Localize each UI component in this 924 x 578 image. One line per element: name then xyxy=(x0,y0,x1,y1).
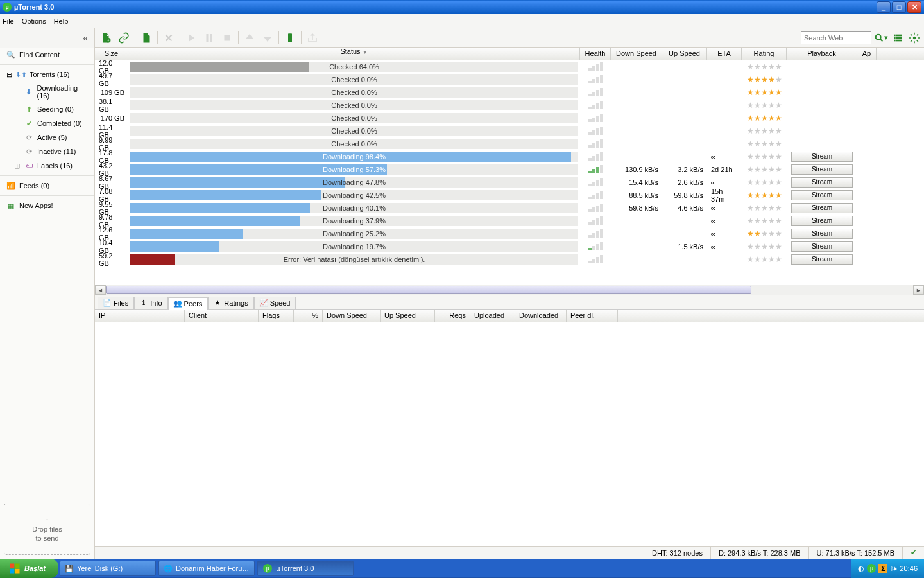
table-row[interactable]: 49.7 GBChecked 0.0%★★★★★ xyxy=(95,73,924,86)
cell-size: 170 GB xyxy=(95,112,128,125)
list-icon[interactable] xyxy=(891,31,905,45)
search-icon[interactable]: ▾ xyxy=(874,31,888,45)
clock[interactable]: 20:46 xyxy=(900,565,918,572)
peer-col--[interactable]: % xyxy=(294,310,323,322)
sidebar-labels[interactable]: ⊞🏷Labels (16) xyxy=(0,159,94,173)
taskbar-item[interactable]: µµTorrent 3.0 xyxy=(257,561,354,576)
tray-icon[interactable]: Σ xyxy=(878,564,887,573)
drop-zone[interactable]: ↑ Drop files to send xyxy=(4,504,90,555)
start-button[interactable] xyxy=(183,30,200,46)
peer-col-flags[interactable]: Flags xyxy=(259,310,294,322)
sidebar-completed[interactable]: ✔Completed (0) xyxy=(0,116,94,130)
collapse-sidebar-button[interactable]: « xyxy=(0,28,95,48)
start-button[interactable]: Başlat xyxy=(0,559,58,578)
tab-info[interactable]: ℹInfo xyxy=(134,297,167,309)
menu-options[interactable]: Options xyxy=(22,17,46,25)
sidebar-active[interactable]: ⟳Active (5) xyxy=(0,130,94,144)
scroll-thumb[interactable] xyxy=(106,286,751,294)
search-input[interactable] xyxy=(801,31,871,44)
peer-col-downloaded[interactable]: Downloaded xyxy=(515,310,567,322)
stream-button[interactable]: Stream xyxy=(791,254,853,265)
system-tray[interactable]: ◐ µ Σ 🕪 20:46 xyxy=(851,559,924,578)
tab-files[interactable]: 📄Files xyxy=(98,297,134,309)
stream-button[interactable]: Stream xyxy=(791,241,853,252)
col-playback[interactable]: Playback xyxy=(787,48,857,60)
tray-icon[interactable]: ◐ xyxy=(858,565,864,573)
scroll-right-button[interactable]: ► xyxy=(913,285,924,295)
table-row[interactable]: 59.2 GBError: Veri hatası (döngüsel artı… xyxy=(95,253,924,266)
table-row[interactable]: 11.4 GBChecked 0.0%★★★★★ xyxy=(95,125,924,137)
maximize-button[interactable]: □ xyxy=(892,1,906,13)
table-row[interactable]: 9.99 GBChecked 0.0%★★★★★ xyxy=(95,137,924,150)
tray-icon[interactable]: 🕪 xyxy=(890,565,897,572)
stream-button[interactable]: Stream xyxy=(791,203,853,213)
sidebar-seeding[interactable]: ⬆Seeding (0) xyxy=(0,102,94,116)
peer-col-client[interactable]: Client xyxy=(185,310,259,322)
tab-ratings[interactable]: ★Ratings xyxy=(208,297,253,309)
move-up-button[interactable] xyxy=(241,30,258,46)
stream-button[interactable]: Stream xyxy=(791,152,853,162)
table-row[interactable]: 7.08 GBDownloading 42.5%88.5 kB/s59.8 kB… xyxy=(95,189,924,202)
add-torrent-button[interactable] xyxy=(98,30,114,46)
find-content[interactable]: 🔍Find Content xyxy=(0,48,94,62)
remove-button[interactable] xyxy=(160,30,177,46)
peer-col-ip[interactable]: IP xyxy=(95,310,185,322)
remote-button[interactable] xyxy=(282,30,298,46)
table-row[interactable]: 9.78 GBDownloading 37.9%∞★★★★★Stream xyxy=(95,215,924,227)
move-down-button[interactable] xyxy=(259,30,276,46)
cell-rating: ★★★★★ xyxy=(742,163,787,176)
table-row[interactable]: 170 GBChecked 0.0%★★★★★ xyxy=(95,112,924,125)
col-downspeed[interactable]: Down Speed xyxy=(611,48,662,60)
pause-button[interactable] xyxy=(201,30,218,46)
settings-icon[interactable] xyxy=(907,31,921,45)
sidebar-inactive[interactable]: ⟳Inactive (11) xyxy=(0,144,94,159)
table-row[interactable]: 38.1 GBChecked 0.0%★★★★★ xyxy=(95,99,924,112)
col-health[interactable]: Health xyxy=(580,48,611,60)
cell-size: 59.2 GB xyxy=(95,253,128,266)
menu-file[interactable]: File xyxy=(3,17,14,25)
minimize-button[interactable]: _ xyxy=(877,1,891,13)
col-status[interactable]: Status ▼ xyxy=(128,48,580,60)
menu-help[interactable]: Help xyxy=(54,17,69,25)
tray-icon[interactable]: µ xyxy=(867,564,876,573)
stop-button[interactable] xyxy=(219,30,235,46)
peer-col-peer-dl-[interactable]: Peer dl. xyxy=(567,310,618,322)
table-row[interactable]: 10.4 GBDownloading 19.7%1.5 kB/s∞★★★★★St… xyxy=(95,240,924,253)
add-url-button[interactable] xyxy=(116,30,132,46)
peer-col-down-speed[interactable]: Down Speed xyxy=(323,310,381,322)
table-row[interactable]: 9.55 GBDownloading 40.1%59.8 kB/s4.6 kB/… xyxy=(95,202,924,215)
scroll-left-button[interactable]: ◄ xyxy=(95,285,106,295)
stream-button[interactable]: Stream xyxy=(791,229,853,239)
stream-button[interactable]: Stream xyxy=(791,190,853,200)
stream-button[interactable]: Stream xyxy=(791,177,853,188)
sidebar-newapps[interactable]: ▦New Apps! xyxy=(0,198,94,213)
table-row[interactable]: 8.67 GBDownloading 47.8%15.4 kB/s2.6 kB/… xyxy=(95,176,924,189)
table-row[interactable]: 12.0 GBChecked 64.0%★★★★★ xyxy=(95,60,924,73)
stream-button[interactable]: Stream xyxy=(791,216,853,226)
tab-peers[interactable]: 👥Peers xyxy=(168,297,209,310)
taskbar-item[interactable]: 💾Yerel Disk (G:) xyxy=(60,561,156,576)
col-eta[interactable]: ETA xyxy=(707,48,742,60)
col-ap[interactable]: Ap xyxy=(857,48,877,60)
table-row[interactable]: 12.6 GBDownloading 25.2%∞★★★★★Stream xyxy=(95,227,924,240)
table-row[interactable]: 17.8 GBDownloading 98.4%∞★★★★★Stream xyxy=(95,150,924,163)
taskbar-item[interactable]: 🌐Donanım Haber Foru… xyxy=(158,561,255,576)
create-torrent-button[interactable] xyxy=(138,30,155,46)
peer-col-up-speed[interactable]: Up Speed xyxy=(381,310,435,322)
col-size[interactable]: Size xyxy=(95,48,128,60)
share-button[interactable] xyxy=(304,30,321,46)
cell-health xyxy=(580,112,611,125)
stream-button[interactable]: Stream xyxy=(791,164,853,175)
tab-speed[interactable]: 📈Speed xyxy=(254,297,296,309)
table-row[interactable]: 109 GBChecked 0.0%★★★★★ xyxy=(95,86,924,99)
table-row[interactable]: 43.2 GBDownloading 57.3%130.9 kB/s3.2 kB… xyxy=(95,163,924,176)
sidebar-downloading[interactable]: ⬇Downloading (16) xyxy=(0,82,94,102)
peer-col-reqs[interactable]: Reqs xyxy=(435,310,470,322)
sidebar-feeds[interactable]: 📶Feeds (0) xyxy=(0,179,94,193)
col-rating[interactable]: Rating xyxy=(742,48,787,60)
col-upspeed[interactable]: Up Speed xyxy=(662,48,707,60)
close-button[interactable]: ✕ xyxy=(907,1,921,13)
sidebar-torrents[interactable]: ⊟⬇⬆Torrents (16) xyxy=(0,67,94,82)
peer-col-uploaded[interactable]: Uploaded xyxy=(470,310,515,322)
horizontal-scrollbar[interactable]: ◄ ► xyxy=(95,285,924,295)
